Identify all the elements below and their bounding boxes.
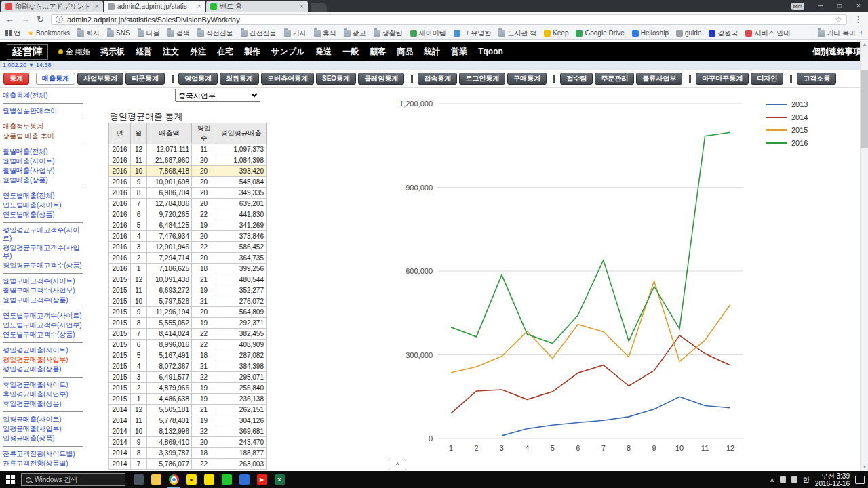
nav-item[interactable]: 発送 xyxy=(315,46,332,58)
tab-로그인통계[interactable]: 로그인통계 xyxy=(459,73,505,85)
sidebar-item[interactable]: 연도별매출(전체) xyxy=(3,191,88,201)
nav-item[interactable]: 商品 xyxy=(397,46,413,58)
division-select[interactable]: 중국사업부 xyxy=(175,89,260,102)
sidebar-item[interactable]: 잔류고객전황(사이트별) xyxy=(3,449,88,459)
tab-마꾸마꾸통계[interactable]: 마꾸마꾸통계 xyxy=(696,73,749,85)
taskbar-clock[interactable]: 오전 3:39 2016-12-16 xyxy=(815,472,850,487)
browser-tab[interactable]: admin2.adprint.jp/statis× xyxy=(104,1,205,12)
bookmark-item[interactable]: 앱 xyxy=(5,28,20,38)
sidebar-item[interactable]: 월별매출(사이트) xyxy=(3,157,88,166)
tab-close-icon[interactable]: × xyxy=(197,3,201,10)
bookmark-item[interactable]: 강원국 xyxy=(709,28,738,38)
start-button[interactable] xyxy=(6,475,15,484)
sidebar-item[interactable]: 월별매출(전체) xyxy=(3,147,88,157)
reload-icon[interactable]: ↻ xyxy=(37,15,44,24)
browser-menu-icon[interactable]: ⋮ xyxy=(854,14,863,24)
maximize-icon[interactable]: □ xyxy=(830,0,849,12)
tab-접수팀[interactable]: 접수팀 xyxy=(560,73,593,85)
taskbar-icon-blue-app[interactable] xyxy=(235,471,253,488)
bookmark-item[interactable]: ★Bookmarks xyxy=(28,29,70,37)
tab-티쿤통계[interactable]: 티쿤통계 xyxy=(125,73,165,85)
tab-오버츄어통계[interactable]: 오버츄어통계 xyxy=(261,73,314,85)
notification-center-icon[interactable] xyxy=(855,476,865,484)
sidebar-item[interactable]: 잔류고객전황(상품별) xyxy=(3,459,88,468)
scrollbar-thumb[interactable] xyxy=(861,70,868,148)
tab-매출통계[interactable]: 매출통계 xyxy=(36,73,75,85)
nav-item[interactable]: 製作 xyxy=(244,46,260,58)
tab-close-icon[interactable]: × xyxy=(95,3,99,10)
sidebar-item[interactable]: 월별구매고객수(사업부) xyxy=(3,286,88,296)
bookmark-item[interactable]: 회사 xyxy=(77,28,100,38)
taskbar-icon-chrome[interactable] xyxy=(165,471,182,488)
page-info-icon[interactable]: i xyxy=(56,16,63,23)
sidebar-item[interactable]: 일평균매출(사업부) xyxy=(3,424,88,434)
bookmark-item[interactable]: 광고 xyxy=(344,28,366,38)
bookmark-item[interactable]: 도서관 책 xyxy=(498,28,536,38)
tab-고객소통[interactable]: 고객소통 xyxy=(797,73,836,85)
sidebar-item[interactable]: 연도별구매고객수(상품) xyxy=(3,330,88,340)
tab-클레임통계[interactable]: 클레임통계 xyxy=(358,73,404,85)
bookmark-item[interactable]: 기사 xyxy=(284,28,307,38)
taskbar-icon-desktop-app[interactable] xyxy=(130,471,147,488)
address-bar[interactable]: i admin2.adprint.jp/statistics/SalesDivi… xyxy=(51,14,847,25)
taskbar-icon-kakao-app[interactable] xyxy=(200,471,218,488)
bookmark-item[interactable]: 서비스 안내 xyxy=(745,28,790,38)
forward-icon[interactable]: → xyxy=(21,15,30,24)
sidebar-item[interactable]: 연도별매출(상품) xyxy=(3,210,88,220)
nav-item[interactable]: 営業 xyxy=(451,46,467,58)
nav-item[interactable]: 統計 xyxy=(424,46,440,58)
sidebar-item[interactable]: 휴일평균매출(상품) xyxy=(3,399,88,409)
collapse-button[interactable]: ^ xyxy=(389,460,406,470)
sidebar-item[interactable]: 평일평균구매고객수(사업부) xyxy=(3,243,88,261)
bookmark-item[interactable]: 그 유명한 xyxy=(454,28,492,38)
sidebar-item[interactable]: 평일평균매출(상품) xyxy=(3,365,88,374)
taskbar-icon-excel[interactable]: X xyxy=(271,471,288,488)
sidebar-item[interactable]: 휴일평균매출(사업부) xyxy=(3,390,88,399)
windows-search-box[interactable]: Windows 검색 xyxy=(21,473,125,486)
page-scrollbar[interactable]: ▲ ▼ xyxy=(860,41,868,471)
sidebar-item[interactable]: 휴일평균매출(사이트) xyxy=(3,380,88,390)
ime-indicator[interactable]: 한 xyxy=(803,475,810,485)
sidebar-item[interactable]: 월별매출(사업부) xyxy=(3,166,88,176)
bookmark-item[interactable]: 생활팁 xyxy=(374,28,403,38)
nav-item[interactable]: 掲示板 xyxy=(100,46,125,58)
sidebar-item[interactable]: 매출통계(전체) xyxy=(3,91,88,100)
bookmark-star-icon[interactable]: ☆ xyxy=(835,15,842,24)
tab-주문관리[interactable]: 주문관리 xyxy=(595,73,634,85)
bookmark-item[interactable]: 다음 xyxy=(138,28,160,38)
sidebar-item[interactable]: 연도별구매고객수(사업부) xyxy=(3,321,88,330)
nav-item[interactable]: 一般 xyxy=(342,46,359,58)
bookmark-item[interactable]: SNS xyxy=(107,29,130,37)
sidebar-item[interactable]: 상품별 매출 추이 xyxy=(3,131,88,141)
sidebar-item[interactable]: 연도별구매고객수(사이트) xyxy=(3,311,88,321)
tab-물류사업부[interactable]: 물류사업부 xyxy=(636,73,682,85)
sidebar-item[interactable]: 일평균매출(상품) xyxy=(3,434,88,443)
tab-접속통계[interactable]: 접속통계 xyxy=(418,73,457,85)
bookmark-item[interactable]: 기타 북마크 xyxy=(818,28,863,38)
bookmark-item[interactable]: 휴식 xyxy=(314,28,336,38)
tab-close-icon[interactable]: × xyxy=(300,3,304,10)
tab-SEO통계[interactable]: SEO통계 xyxy=(316,73,356,85)
scroll-down-icon[interactable]: ▼ xyxy=(861,463,868,471)
nav-item[interactable]: 経営 xyxy=(136,46,152,58)
network-icon[interactable] xyxy=(780,476,786,483)
url-text[interactable]: admin2.adprint.jp/statistics/SalesDivisi… xyxy=(67,16,831,24)
tab-사업부통계[interactable]: 사업부통계 xyxy=(77,73,123,85)
tab-stats-home[interactable]: 통계 xyxy=(3,73,29,85)
nav-item[interactable]: 顧客 xyxy=(370,46,386,58)
taskbar-icon-band[interactable] xyxy=(218,471,235,488)
bookmark-item[interactable]: 새아이템 xyxy=(410,28,446,38)
nav-item[interactable]: サンプル xyxy=(271,46,304,58)
sidebar-item[interactable]: 평일평균구매고객수(상품) xyxy=(3,261,88,270)
sidebar-item[interactable]: 평일평균매출(사업부) xyxy=(3,355,88,365)
bookmark-item[interactable]: 간접진물 xyxy=(241,28,277,38)
taskbar-icon-youtube[interactable]: ▶ xyxy=(253,471,271,488)
back-icon[interactable]: ← xyxy=(5,15,14,24)
bookmark-item[interactable]: Keep xyxy=(544,29,568,37)
close-icon[interactable]: × xyxy=(849,0,868,12)
tab-디자인[interactable]: 디자인 xyxy=(751,73,783,85)
sidebar-item[interactable]: 평일평균매출(사이트) xyxy=(3,346,88,355)
sidebar-item[interactable]: 일평균매출(사이트) xyxy=(3,415,88,424)
new-tab-button[interactable] xyxy=(311,3,327,12)
nav-item[interactable]: 注文 xyxy=(163,46,179,58)
